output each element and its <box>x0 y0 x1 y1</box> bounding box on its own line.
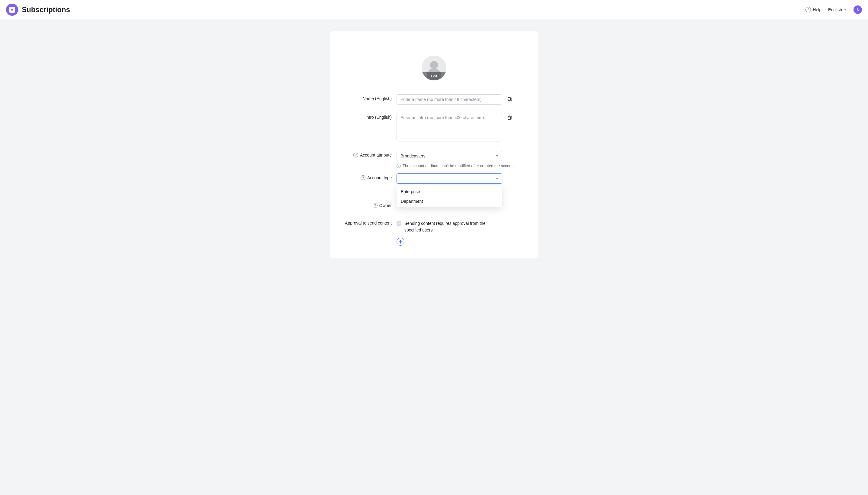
row-account-type: ? Account type Enterprise Department <box>342 173 526 184</box>
language-selector[interactable]: English <box>828 7 847 12</box>
name-input[interactable] <box>396 94 502 105</box>
label-account-type: ? Account type <box>342 173 396 180</box>
label-account-type-text: Account type <box>367 175 392 180</box>
label-account-attribute: ? Account attribute <box>342 151 396 157</box>
chevron-down-icon <box>844 9 847 11</box>
label-owner: ? Owner <box>342 201 396 208</box>
info-icon: i <box>396 164 401 168</box>
chevron-down-icon <box>496 178 498 180</box>
dropdown-option-department[interactable]: Department <box>396 197 502 206</box>
input-col-name <box>396 94 526 105</box>
check-icon <box>397 222 401 225</box>
app-header: ★ Subscriptions ? Help English S <box>0 0 868 19</box>
label-name: Name (English) <box>342 94 396 101</box>
globe-icon[interactable] <box>507 115 513 121</box>
dropdown-option-enterprise[interactable]: Enterprise <box>396 187 502 197</box>
label-intro-text: Intro (English) <box>366 115 392 120</box>
help-icon: ? <box>805 7 811 12</box>
label-intro: Intro (English) <box>342 113 396 120</box>
account-attribute-value: Broadcasters <box>401 154 425 158</box>
label-account-attribute-text: Account attribute <box>360 153 392 157</box>
help-icon[interactable]: ? <box>360 175 366 180</box>
header-right: ? Help English S <box>805 5 862 14</box>
label-approval: Approval to send content <box>342 220 396 225</box>
logo-inner: ★ <box>9 7 15 13</box>
approval-checkbox-label: Sending content requires approval from t… <box>404 220 498 234</box>
label-approval-text: Approval to send content <box>345 221 392 225</box>
help-link[interactable]: ? Help <box>805 7 821 12</box>
account-type-dropdown: Enterprise Department <box>396 186 502 207</box>
chevron-down-icon <box>496 155 498 157</box>
form-card: Edit Name (English) Intro (En <box>330 31 538 258</box>
avatar-upload[interactable]: Edit <box>422 56 446 80</box>
app-logo: ★ <box>6 4 18 16</box>
help-icon[interactable]: ? <box>373 203 377 208</box>
app-title: Subscriptions <box>22 5 70 14</box>
row-intro: Intro (English) <box>342 113 526 142</box>
approval-checkbox[interactable] <box>396 221 401 226</box>
row-approval: Approval to send content Sending content… <box>342 220 526 246</box>
account-attribute-select[interactable]: Broadcasters <box>396 151 502 161</box>
account-attribute-hint: i The account attribute can't be modifie… <box>396 164 526 168</box>
input-col-account-attribute: Broadcasters i The account attribute can… <box>396 151 526 168</box>
input-col-approval: Sending content requires approval from t… <box>396 220 526 246</box>
input-col-intro <box>396 113 526 142</box>
globe-icon[interactable] <box>507 97 513 103</box>
avatar-placeholder-head <box>430 61 438 69</box>
user-avatar[interactable]: S <box>853 5 862 14</box>
intro-textarea[interactable] <box>396 113 502 141</box>
page-body: Edit Name (English) Intro (En <box>0 19 868 258</box>
account-type-select[interactable] <box>396 173 502 184</box>
plus-icon <box>398 240 402 243</box>
label-name-text: Name (English) <box>363 96 392 101</box>
language-label: English <box>828 7 842 12</box>
hint-text: The account attribute can't be modified … <box>403 164 515 168</box>
label-owner-text: Owner <box>379 203 392 208</box>
avatar-edit-label: Edit <box>422 72 446 80</box>
star-icon: ★ <box>11 8 14 12</box>
add-approver-button[interactable] <box>396 238 404 246</box>
header-left: ★ Subscriptions <box>6 4 70 16</box>
input-col-account-type: Enterprise Department <box>396 173 526 184</box>
row-account-attribute: ? Account attribute Broadcasters i The a… <box>342 151 526 168</box>
help-icon[interactable]: ? <box>353 153 358 157</box>
approval-checkbox-row: Sending content requires approval from t… <box>396 220 526 234</box>
row-name: Name (English) <box>342 94 526 105</box>
help-label: Help <box>813 7 821 12</box>
